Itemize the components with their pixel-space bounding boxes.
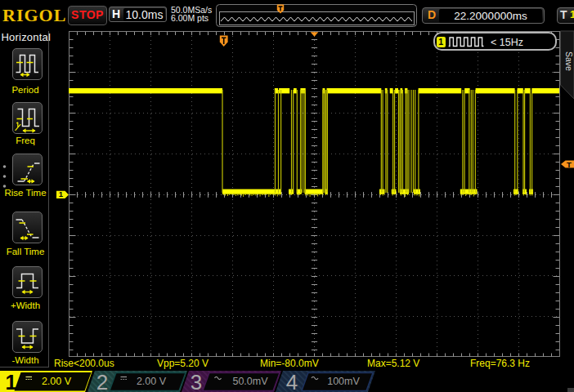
svg-text:4: 4 <box>286 370 298 392</box>
svg-text:1: 1 <box>59 189 64 198</box>
svg-text:T: T <box>567 160 572 169</box>
svg-text:2.00 V: 2.00 V <box>42 376 72 387</box>
svg-text:100mV: 100mV <box>327 376 360 387</box>
svg-text:2.00 V: 2.00 V <box>137 376 167 387</box>
svg-text:1: 1 <box>6 371 17 392</box>
svg-text:50.0mV: 50.0mV <box>232 376 268 387</box>
svg-text:2: 2 <box>96 370 108 392</box>
svg-text:3: 3 <box>191 370 202 392</box>
